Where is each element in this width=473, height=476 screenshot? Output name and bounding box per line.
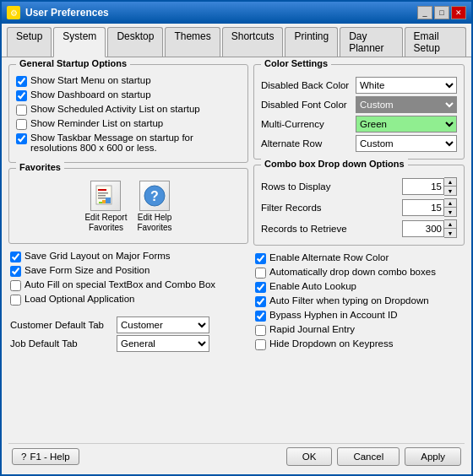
color-settings-group: Color Settings Disabled Back Color White… bbox=[253, 64, 465, 160]
rows-display-input[interactable] bbox=[402, 178, 444, 195]
apply-button[interactable]: Apply bbox=[405, 447, 461, 466]
records-retrieve-down[interactable]: ▼ bbox=[444, 229, 456, 237]
cb-hide-dropdown[interactable] bbox=[255, 339, 266, 350]
title-bar-left: ⚙ User Preferences bbox=[7, 6, 109, 19]
customer-default-select[interactable]: Customer General bbox=[117, 316, 209, 333]
startup-option-2: Show Dashboard on startup bbox=[16, 89, 241, 101]
fav-report[interactable]: Edit ReportFavorites bbox=[84, 181, 127, 233]
startup-checkbox-5[interactable] bbox=[16, 133, 27, 144]
cb-auto-dropdown[interactable] bbox=[255, 268, 266, 279]
left-panel: General Startup Options Show Start Menu … bbox=[8, 64, 248, 438]
cb-rapid-journal[interactable] bbox=[255, 325, 266, 336]
close-button[interactable]: ✕ bbox=[451, 6, 466, 19]
cb-optional-label: Load Optional Application bbox=[24, 294, 134, 304]
disabled-font-label: Disabled Font Color bbox=[261, 100, 352, 110]
cb-hide-dropdown-label: Hide Dropdown on Keypress bbox=[269, 338, 393, 349]
bottom-cb-3: Auto Fill on special TextBox and Combo B… bbox=[10, 279, 247, 291]
rcb-4: Auto Filter when typing on Dropdown bbox=[255, 295, 463, 307]
fav-help-label: Edit HelpFavorites bbox=[137, 213, 171, 233]
tab-setup[interactable]: Setup bbox=[7, 27, 52, 57]
cb-bypass-hyphen-label: Bypass Hyphen in Account ID bbox=[269, 310, 398, 320]
tab-email-setup[interactable]: Email Setup bbox=[405, 27, 466, 57]
window: ⚙ User Preferences _ □ ✕ Setup System De… bbox=[0, 0, 473, 476]
help-icon-symbol: ? bbox=[21, 452, 26, 462]
startup-checkbox-2[interactable] bbox=[16, 90, 27, 101]
field-rows: Customer Default Tab Customer General Jo… bbox=[8, 315, 248, 355]
help-icon: ? bbox=[139, 181, 170, 211]
right-checkboxes: Enable Alternate Row Color Automatically… bbox=[253, 251, 465, 354]
cancel-button[interactable]: Cancel bbox=[337, 447, 400, 466]
startup-option-4: Show Reminder List on startup bbox=[16, 118, 241, 130]
startup-checkbox-3[interactable] bbox=[16, 105, 27, 116]
cb-auto-fill[interactable] bbox=[10, 280, 21, 291]
cb-bypass-hyphen[interactable] bbox=[255, 311, 266, 322]
job-default-select[interactable]: General Customer bbox=[117, 335, 209, 352]
title-buttons: _ □ ✕ bbox=[417, 6, 466, 19]
startup-label-4: Show Reminder List on startup bbox=[30, 118, 163, 128]
tab-system[interactable]: System bbox=[53, 27, 106, 57]
svg-rect-6 bbox=[102, 200, 106, 203]
filter-records-label: Filter Records bbox=[261, 203, 399, 213]
startup-label-1: Show Start Menu on startup bbox=[30, 75, 151, 85]
cb-auto-lookup[interactable] bbox=[255, 282, 266, 293]
rows-display-down[interactable]: ▼ bbox=[444, 187, 456, 195]
cb-rapid-journal-label: Rapid Journal Entry bbox=[269, 324, 355, 334]
tab-themes[interactable]: Themes bbox=[165, 27, 220, 57]
favorites-area: Edit ReportFavorites ? Edit HelpFavorite… bbox=[16, 174, 241, 236]
rcb-7: Hide Dropdown on Keypress bbox=[255, 338, 463, 350]
combo-grid: Rows to Display ▲ ▼ Filter Records bbox=[261, 177, 457, 238]
cb-auto-lookup-label: Enable Auto Lookup bbox=[269, 281, 356, 291]
disabled-back-select[interactable]: White bbox=[356, 77, 457, 94]
filter-records-up[interactable]: ▲ bbox=[444, 199, 456, 208]
startup-option-3: Show Scheduled Activity List on startup bbox=[16, 104, 241, 116]
records-retrieve-up[interactable]: ▲ bbox=[444, 220, 456, 229]
tab-shortcuts[interactable]: Shortcuts bbox=[222, 27, 284, 57]
startup-label-3: Show Scheduled Activity List on startup bbox=[30, 104, 200, 114]
tab-desktop[interactable]: Desktop bbox=[107, 27, 163, 57]
fav-help[interactable]: ? Edit HelpFavorites bbox=[137, 181, 171, 233]
multi-currency-label: Multi-Currency bbox=[261, 119, 352, 129]
rows-display-up[interactable]: ▲ bbox=[444, 178, 456, 187]
tab-printing[interactable]: Printing bbox=[285, 27, 338, 57]
svg-rect-7 bbox=[99, 202, 102, 203]
filter-records-down[interactable]: ▼ bbox=[444, 208, 456, 216]
cb-grid-layout[interactable] bbox=[10, 252, 21, 262]
ok-button[interactable]: OK bbox=[286, 447, 333, 466]
cb-auto-filter[interactable] bbox=[255, 296, 266, 307]
minimize-button[interactable]: _ bbox=[417, 6, 432, 19]
customer-default-row: Customer Default Tab Customer General bbox=[10, 316, 247, 333]
maximize-button[interactable]: □ bbox=[434, 6, 449, 19]
general-startup-title: General Startup Options bbox=[16, 58, 130, 68]
alternate-row-select[interactable]: Custom bbox=[356, 135, 457, 152]
records-retrieve-input[interactable] bbox=[402, 220, 444, 237]
filter-records-spinbtns: ▲ ▼ bbox=[444, 198, 457, 217]
tab-bar: Setup System Desktop Themes Shortcuts Pr… bbox=[2, 24, 471, 57]
rcb-2: Automatically drop down combo boxes bbox=[255, 267, 463, 279]
startup-option-1: Show Start Menu on startup bbox=[16, 75, 241, 87]
startup-checkbox-4[interactable] bbox=[16, 119, 27, 130]
multi-currency-select[interactable]: Green bbox=[356, 116, 457, 133]
startup-checkbox-1[interactable] bbox=[16, 76, 27, 87]
disabled-back-label: Disabled Back Color bbox=[261, 80, 352, 90]
cb-form-label: Save Form Size and Position bbox=[24, 265, 150, 275]
rcb-5: Bypass Hyphen in Account ID bbox=[255, 310, 463, 322]
combo-dropdown-title: Combo box Drop down Options bbox=[261, 159, 408, 169]
bottom-checkboxes: Save Grid Layout on Major Forms Save For… bbox=[8, 249, 248, 310]
startup-label-2: Show Dashboard on startup bbox=[30, 89, 151, 100]
window-title: User Preferences bbox=[25, 7, 109, 19]
cb-optional-app[interactable] bbox=[10, 295, 21, 306]
bottom-cb-1: Save Grid Layout on Major Forms bbox=[10, 251, 247, 262]
action-buttons: OK Cancel Apply bbox=[286, 447, 461, 466]
cb-alt-row[interactable] bbox=[255, 253, 266, 264]
cb-form-size[interactable] bbox=[10, 266, 21, 277]
cb-alt-row-label: Enable Alternate Row Color bbox=[269, 252, 389, 262]
help-button[interactable]: ? F1 - Help bbox=[12, 448, 79, 465]
tab-day-planner[interactable]: Day Planner bbox=[340, 27, 402, 57]
color-settings-grid: Disabled Back Color White Disabled Font … bbox=[261, 77, 457, 152]
filter-records-input[interactable] bbox=[402, 199, 444, 216]
svg-text:?: ? bbox=[150, 189, 159, 203]
rows-display-spinbtns: ▲ ▼ bbox=[444, 177, 457, 196]
color-settings-title: Color Settings bbox=[261, 58, 331, 68]
disabled-font-select[interactable]: Custom bbox=[356, 96, 457, 113]
svg-rect-2 bbox=[98, 192, 108, 194]
